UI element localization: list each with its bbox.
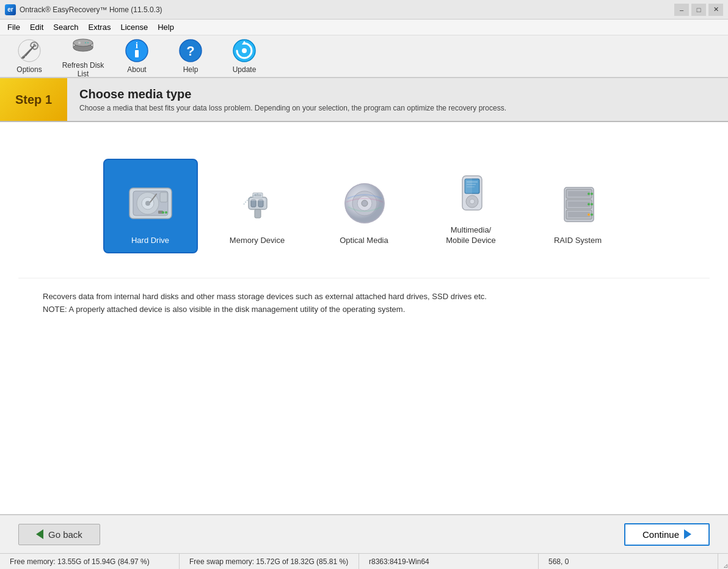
raid-system-label: RAID System: [554, 236, 602, 246]
svg-rect-49: [464, 177, 472, 195]
window-controls: – □ ✕: [674, 4, 723, 16]
minimize-button[interactable]: –: [674, 4, 689, 16]
memory-device-icon: [230, 176, 285, 231]
title-bar: er Ontrack® EasyRecovery™ Home (11.5.0.3…: [0, 0, 728, 20]
menu-license[interactable]: License: [115, 21, 153, 34]
menu-bar: File Edit Search Extras License Help: [0, 20, 728, 35]
menu-help[interactable]: Help: [153, 21, 179, 34]
media-type-grid: Hard Drive Mem: [0, 122, 728, 278]
multimedia-mobile-label: Multimedia/ Mobile Device: [446, 225, 496, 246]
hard-drive-option[interactable]: Hard Drive: [103, 159, 198, 253]
main-content: Hard Drive Mem: [0, 122, 728, 514]
svg-point-9: [85, 42, 86, 43]
svg-point-57: [588, 193, 590, 195]
status-free-memory: Free memory: 13.55G of 15.94G (84.97 %): [0, 554, 180, 569]
resize-handle[interactable]: ⊿: [718, 554, 728, 569]
status-coords: 568, 0: [539, 554, 718, 569]
footer: Go back Continue: [0, 514, 728, 553]
status-build: r8363:8419-Win64: [359, 554, 539, 569]
svg-point-28: [162, 211, 164, 214]
multimedia-mobile-icon: [443, 165, 498, 220]
refresh-label: Refresh Disk List: [59, 61, 107, 78]
description-line2: NOTE: A properly attached device is also…: [43, 303, 685, 316]
update-label: Update: [233, 65, 257, 74]
menu-extras[interactable]: Extras: [84, 21, 116, 34]
svg-text:?: ?: [186, 43, 194, 59]
close-button[interactable]: ✕: [708, 4, 723, 16]
step-content: Choose media type Choose a media that be…: [67, 78, 519, 121]
optical-media-icon: [337, 176, 391, 231]
svg-point-62: [591, 214, 593, 216]
menu-file[interactable]: File: [2, 21, 25, 34]
description-line1: Recovers data from internal hard disks a…: [43, 291, 685, 303]
hard-drive-label: Hard Drive: [131, 236, 169, 246]
svg-line-2: [26, 46, 34, 56]
help-icon: ?: [178, 38, 203, 63]
svg-point-18: [242, 48, 247, 53]
svg-line-3: [23, 57, 24, 58]
update-button[interactable]: Update: [220, 37, 269, 75]
about-label: About: [127, 65, 146, 74]
svg-rect-54: [568, 191, 590, 197]
about-icon: i: [125, 38, 149, 63]
maximize-button[interactable]: □: [691, 4, 706, 16]
menu-edit[interactable]: Edit: [25, 21, 48, 34]
memory-device-label: Memory Device: [230, 236, 285, 246]
optical-media-label: Optical Media: [340, 236, 388, 246]
step-header: Step 1 Choose media type Choose a media …: [0, 78, 728, 122]
svg-point-61: [588, 214, 590, 216]
toolbar: Options Refresh Disk List i About: [0, 35, 728, 78]
svg-rect-26: [160, 192, 167, 202]
svg-rect-30: [255, 209, 261, 218]
step-badge: Step 1: [0, 78, 67, 121]
svg-point-5: [73, 39, 93, 46]
raid-system-option[interactable]: RAID System: [531, 159, 625, 253]
svg-point-10: [87, 42, 89, 43]
status-bar: Free memory: 13.55G of 15.94G (84.97 %) …: [0, 553, 728, 569]
go-back-label: Go back: [48, 529, 82, 540]
svg-point-45: [470, 199, 475, 204]
go-back-button[interactable]: Go back: [18, 524, 100, 545]
svg-point-27: [165, 211, 167, 214]
update-icon: [232, 38, 257, 63]
svg-rect-55: [568, 201, 590, 207]
raid-system-icon: [550, 176, 605, 231]
step-description: Choose a media that best fits your data …: [79, 104, 506, 112]
svg-point-23: [145, 201, 150, 206]
svg-point-8: [78, 42, 81, 44]
multimedia-mobile-option[interactable]: Multimedia/ Mobile Device: [424, 159, 519, 253]
status-free-swap: Free swap memory: 15.72G of 18.32G (85.8…: [180, 554, 359, 569]
back-arrow-icon: [36, 529, 43, 539]
help-label: Help: [183, 65, 198, 74]
options-button[interactable]: Options: [5, 37, 54, 75]
memory-device-option[interactable]: Memory Device: [210, 159, 305, 253]
hard-drive-icon: [123, 176, 178, 231]
continue-arrow-icon: [684, 529, 691, 539]
description-area: Recovers data from internal hard disks a…: [18, 278, 710, 328]
svg-point-59: [588, 203, 590, 206]
continue-label: Continue: [642, 529, 679, 540]
window-title: Ontrack® EasyRecovery™ Home (11.5.0.3): [20, 5, 674, 14]
step-title: Choose media type: [79, 87, 506, 101]
options-icon: [17, 38, 42, 63]
continue-button[interactable]: Continue: [624, 523, 710, 546]
svg-rect-35: [250, 198, 265, 201]
optical-media-option[interactable]: Optical Media: [317, 159, 412, 253]
help-button[interactable]: ? Help: [166, 37, 215, 75]
svg-rect-13: [135, 50, 139, 57]
refresh-disk-icon: [71, 34, 95, 59]
svg-text:i: i: [136, 41, 138, 50]
svg-point-60: [591, 203, 593, 206]
refresh-button[interactable]: Refresh Disk List: [59, 37, 107, 75]
about-button[interactable]: i About: [112, 37, 161, 75]
menu-search[interactable]: Search: [48, 21, 83, 34]
svg-point-58: [591, 193, 593, 195]
svg-rect-56: [568, 212, 590, 217]
svg-point-40: [362, 200, 368, 206]
options-label: Options: [16, 65, 42, 74]
app-icon: er: [5, 4, 16, 15]
